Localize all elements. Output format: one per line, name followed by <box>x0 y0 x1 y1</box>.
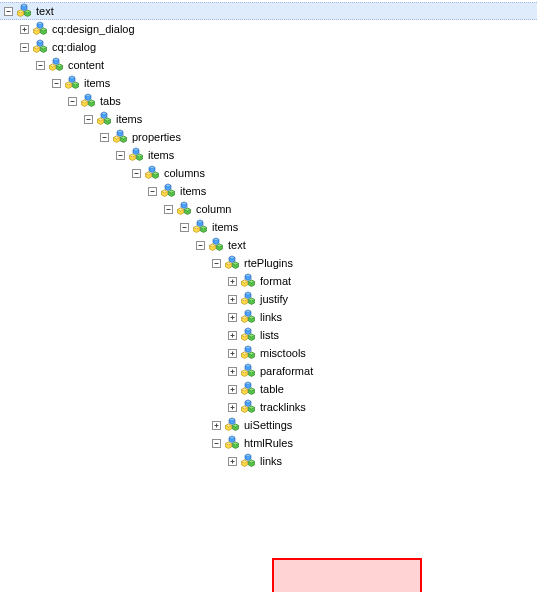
tree-row[interactable]: lists <box>0 326 537 344</box>
expand-icon[interactable] <box>224 398 240 416</box>
tree-node-label[interactable]: content <box>67 56 104 74</box>
collapse-icon[interactable] <box>112 146 128 164</box>
tree-indent <box>160 236 176 254</box>
tree-node-label[interactable]: cq:design_dialog <box>51 20 135 38</box>
tree-row[interactable]: htmlRules <box>0 434 537 452</box>
tree-node-label[interactable]: links <box>259 452 282 470</box>
tree-indent <box>16 146 32 164</box>
tree-indent <box>160 452 176 470</box>
tree-indent <box>0 236 16 254</box>
tree-node-label[interactable]: tracklinks <box>259 398 306 416</box>
tree-children: columnitemstextrtePluginsformatjustifyli… <box>0 200 537 470</box>
expand-icon[interactable] <box>224 308 240 326</box>
tree-node: lists <box>0 326 537 344</box>
expand-icon[interactable] <box>16 20 32 38</box>
tree-row[interactable]: links <box>0 452 537 470</box>
tree-row[interactable]: items <box>0 74 537 92</box>
tree-node-label[interactable]: items <box>83 74 110 92</box>
collapse-icon[interactable] <box>80 110 96 128</box>
tree-indent <box>128 326 144 344</box>
tree-node-label[interactable]: properties <box>131 128 181 146</box>
tree-indent <box>32 434 48 452</box>
tree-node-label[interactable]: items <box>115 110 142 128</box>
tree-row[interactable]: text <box>0 236 537 254</box>
tree-indent <box>96 416 112 434</box>
tree-row[interactable]: misctools <box>0 344 537 362</box>
collapse-icon[interactable] <box>192 236 208 254</box>
tree-node-label[interactable]: text <box>227 236 246 254</box>
expand-icon[interactable] <box>224 380 240 398</box>
tree-row[interactable]: items <box>0 218 537 236</box>
tree-node-label[interactable]: lists <box>259 326 279 344</box>
tree-row[interactable]: columns <box>0 164 537 182</box>
node-icon <box>160 183 176 199</box>
tree-node-label[interactable]: column <box>195 200 231 218</box>
node-icon <box>32 39 48 55</box>
collapse-icon[interactable] <box>0 2 16 20</box>
tree-row[interactable]: items <box>0 146 537 164</box>
expand-icon[interactable] <box>208 416 224 434</box>
tree-node-label[interactable]: cq:dialog <box>51 38 96 56</box>
tree-node-label[interactable]: links <box>259 308 282 326</box>
tree-row[interactable]: paraformat <box>0 362 537 380</box>
tree-row[interactable]: items <box>0 182 537 200</box>
tree-children: rtePluginsformatjustifylinkslistsmisctoo… <box>0 254 537 470</box>
tree-node-label[interactable]: misctools <box>259 344 306 362</box>
tree-node-label[interactable]: text <box>35 3 54 19</box>
tree-indent <box>144 254 160 272</box>
expand-icon[interactable] <box>224 290 240 308</box>
tree-row[interactable]: links <box>0 308 537 326</box>
tree-node-label[interactable]: items <box>147 146 174 164</box>
collapse-icon[interactable] <box>208 254 224 272</box>
expand-icon[interactable] <box>224 362 240 380</box>
tree-node-label[interactable]: format <box>259 272 291 290</box>
collapse-icon[interactable] <box>176 218 192 236</box>
tree-row[interactable]: rtePlugins <box>0 254 537 272</box>
tree-row[interactable]: properties <box>0 128 537 146</box>
collapse-icon[interactable] <box>32 56 48 74</box>
collapse-icon[interactable] <box>48 74 64 92</box>
tree-indent <box>16 416 32 434</box>
tree-indent <box>144 398 160 416</box>
expand-icon[interactable] <box>224 452 240 470</box>
tree-node: links <box>0 452 537 470</box>
tree-node-label[interactable]: htmlRules <box>243 434 293 452</box>
tree-row[interactable]: tabs <box>0 92 537 110</box>
tree-row[interactable]: tracklinks <box>0 398 537 416</box>
tree-node: columnsitemscolumnitemstextrtePluginsfor… <box>0 164 537 470</box>
tree-node-label[interactable]: justify <box>259 290 288 308</box>
tree-row[interactable]: format <box>0 272 537 290</box>
tree-node-label[interactable]: columns <box>163 164 205 182</box>
tree-indent <box>32 110 48 128</box>
collapse-icon[interactable] <box>208 434 224 452</box>
collapse-icon[interactable] <box>96 128 112 146</box>
tree-node-label[interactable]: items <box>179 182 206 200</box>
tree-row[interactable]: cq:dialog <box>0 38 537 56</box>
collapse-icon[interactable] <box>128 164 144 182</box>
tree-row[interactable]: content <box>0 56 537 74</box>
tree-children: itemstextrtePluginsformatjustifylinkslis… <box>0 218 537 470</box>
tree-node-label[interactable]: uiSettings <box>243 416 292 434</box>
tree-node-label[interactable]: items <box>211 218 238 236</box>
collapse-icon[interactable] <box>64 92 80 110</box>
collapse-icon[interactable] <box>144 182 160 200</box>
tree-row[interactable]: table <box>0 380 537 398</box>
tree-row[interactable]: items <box>0 110 537 128</box>
collapse-icon[interactable] <box>16 38 32 56</box>
tree-row[interactable]: column <box>0 200 537 218</box>
expand-icon[interactable] <box>224 272 240 290</box>
node-icon <box>32 21 48 37</box>
tree-row[interactable]: uiSettings <box>0 416 537 434</box>
collapse-icon[interactable] <box>160 200 176 218</box>
tree-node-label[interactable]: tabs <box>99 92 121 110</box>
expand-icon[interactable] <box>224 326 240 344</box>
tree-indent <box>176 326 192 344</box>
tree-node-label[interactable]: rtePlugins <box>243 254 293 272</box>
tree-node-label[interactable]: table <box>259 380 284 398</box>
expand-icon[interactable] <box>224 344 240 362</box>
tree-indent <box>80 362 96 380</box>
tree-node-label[interactable]: paraformat <box>259 362 313 380</box>
tree-row[interactable]: justify <box>0 290 537 308</box>
tree-row[interactable]: cq:design_dialog <box>0 20 537 38</box>
tree-row[interactable]: text <box>0 2 537 20</box>
